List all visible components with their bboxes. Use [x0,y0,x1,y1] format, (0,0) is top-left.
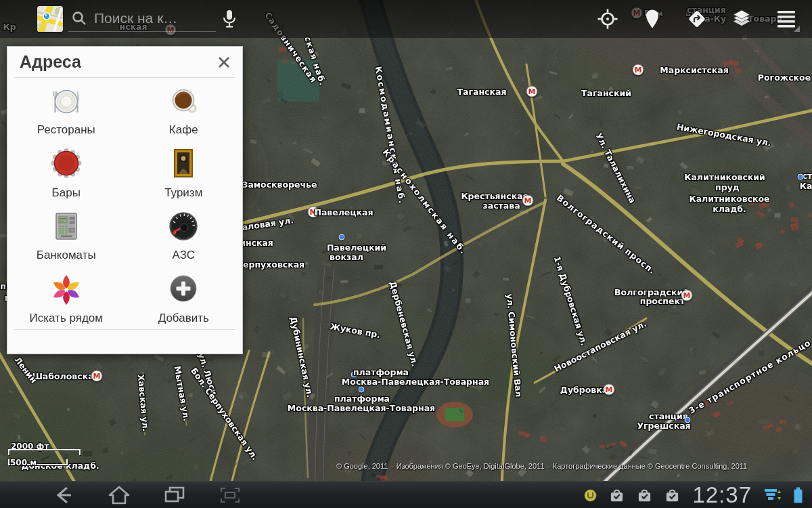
battery-icon [794,487,803,503]
dialog-grid: Рестораны Кафе [7,78,242,329]
pin-icon [641,8,663,30]
scale-metric: 500 м [10,458,37,467]
network-activity-icon [764,487,782,503]
dialog-divider-bottom [14,329,235,330]
dialog-item-label: АЗС [172,249,195,262]
google-maps-app-icon[interactable] [37,6,63,32]
nav-buttons [0,484,242,507]
download-done-icon [609,488,625,503]
framed-painting-icon [164,145,202,183]
atm-icon [47,207,85,245]
layers-icon [730,7,753,30]
download-done-icon [637,488,652,503]
search-placeholder: Поиск на к… [94,10,177,26]
dialog-item-label: Рестораны [37,123,95,137]
dialog-item-atms[interactable]: Банкоматы [7,204,125,267]
my-location-button[interactable] [594,4,621,34]
clock: 12:37 [692,482,752,508]
system-bar: 12:37 [0,481,812,508]
bottle-cap-icon [47,145,85,183]
dialog-item-restaurants[interactable]: Рестораны [7,78,125,141]
recent-apps-button[interactable] [162,484,187,507]
topbar-actions [594,4,812,34]
dialog-title: Адреса [20,52,81,72]
dialog-item-bars[interactable]: Бары [7,141,125,204]
directions-button[interactable] [683,4,710,34]
dialog-item-label: Бары [52,186,81,200]
dialog-item-search-nearby[interactable]: Искать рядом [7,266,125,329]
dialog-item-label: Добавить [158,312,209,325]
close-icon [216,54,232,70]
home-button[interactable] [107,484,131,507]
places-dialog: Адреса Р [7,46,243,354]
status-area[interactable]: 12:37 [584,482,812,508]
screenshot-button[interactable] [218,484,242,507]
microphone-icon [220,8,239,30]
screen: КрнскаяМСадовническаяская наб.МРимаястан… [0,0,812,508]
places-flower-icon [47,270,85,308]
map-copyright: © Google, 2011 – Изображения © GeoEye, D… [336,462,747,470]
dialog-item-label: Банкоматы [37,249,96,262]
fuel-gauge-icon [164,207,202,245]
dialog-item-label: Кафе [169,123,198,137]
search-field[interactable]: Поиск на к… [68,5,216,32]
notification-badge-icon [584,489,597,502]
directions-icon [686,8,708,30]
dialog-item-label: Искать рядом [29,312,103,325]
scale-bracket-imperial [8,449,81,455]
back-button[interactable] [51,484,76,507]
coffee-icon [164,82,202,120]
close-button[interactable] [214,52,234,72]
search-icon [71,10,87,26]
dialog-item-gas-stations[interactable]: АЗС [125,204,243,267]
voice-search-button[interactable] [216,4,243,34]
restaurant-icon [47,82,85,120]
add-plus-icon [164,270,202,308]
dialog-item-add[interactable]: Добавить [125,266,243,329]
layers-button[interactable] [728,4,755,34]
dialog-item-tourism[interactable]: Туризм [125,141,243,204]
download-done-icon [664,488,680,503]
app-top-bar: Поиск на к… [0,0,812,38]
home-icon [108,485,131,505]
recents-icon [163,485,186,505]
dialog-header: Адреса [7,47,242,77]
screenshot-icon [219,485,242,505]
back-icon [52,485,75,505]
dialog-item-label: Туризм [164,186,202,200]
places-button[interactable] [639,4,666,34]
my-location-icon [597,8,618,30]
resize-corner-icon [794,26,800,32]
maps-logo [37,6,63,32]
dialog-item-cafe[interactable]: Кафе [125,78,243,141]
